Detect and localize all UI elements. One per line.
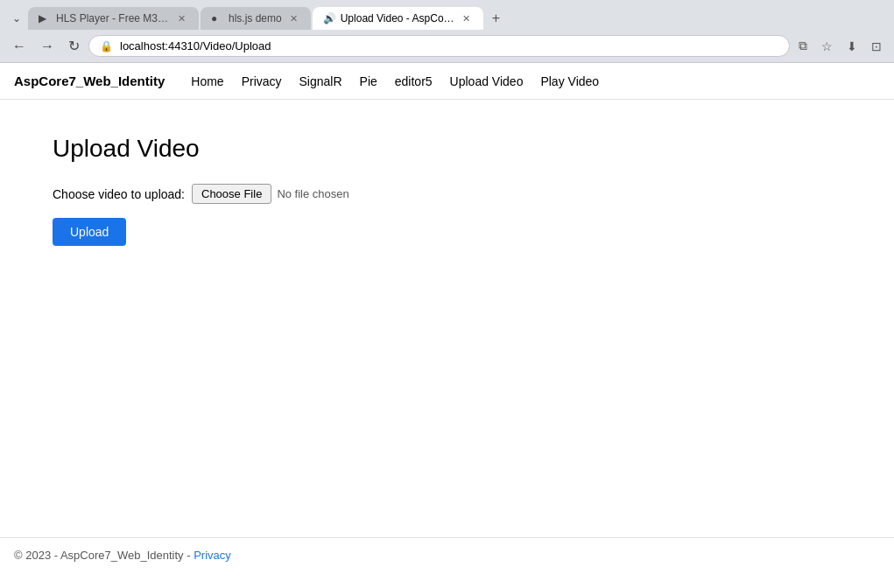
upload-row: Choose video to upload: Choose File No f… bbox=[53, 184, 841, 204]
nav-link-editor5[interactable]: editor5 bbox=[395, 74, 433, 88]
menu-button[interactable]: ⊡ bbox=[866, 35, 887, 57]
bookmark-button[interactable]: ☆ bbox=[816, 35, 838, 57]
tab-history-button[interactable]: ⌄ bbox=[7, 9, 26, 28]
upload-label: Choose video to upload: bbox=[53, 187, 185, 201]
tab-favicon-1: ▶ bbox=[39, 12, 51, 24]
site-footer: © 2023 - AspCore7_Web_Identity - Privacy bbox=[0, 537, 894, 572]
tab-hlsjs-demo[interactable]: ● hls.js demo ✕ bbox=[201, 7, 311, 30]
upload-button[interactable]: Upload bbox=[53, 218, 126, 246]
back-button[interactable]: ← bbox=[7, 36, 32, 57]
page: AspCore7_Web_Identity Home Privacy Signa… bbox=[0, 63, 894, 572]
choose-file-button[interactable]: Choose File bbox=[192, 184, 271, 204]
main-content: Upload Video Choose video to upload: Cho… bbox=[0, 100, 894, 537]
site-nav: AspCore7_Web_Identity Home Privacy Signa… bbox=[0, 63, 894, 100]
footer-privacy-link[interactable]: Privacy bbox=[194, 549, 231, 562]
nav-link-privacy[interactable]: Privacy bbox=[242, 74, 282, 88]
tab-close-2[interactable]: ✕ bbox=[287, 13, 300, 24]
forward-button[interactable]: → bbox=[35, 36, 60, 57]
tab-bar: ⌄ ▶ HLS Player - Free M3U8,DASH P ✕ ● hl… bbox=[0, 0, 894, 30]
tab-close-1[interactable]: ✕ bbox=[175, 13, 188, 24]
url-text: localhost:44310/Video/Upload bbox=[120, 39, 778, 52]
nav-link-play-video[interactable]: Play Video bbox=[540, 74, 599, 88]
url-bar[interactable]: 🔒 localhost:44310/Video/Upload bbox=[88, 35, 790, 57]
browser-chrome: ⌄ ▶ HLS Player - Free M3U8,DASH P ✕ ● hl… bbox=[0, 0, 894, 63]
tab-hls-player[interactable]: ▶ HLS Player - Free M3U8,DASH P ✕ bbox=[28, 7, 199, 30]
nav-link-pie[interactable]: Pie bbox=[360, 74, 377, 88]
nav-link-home[interactable]: Home bbox=[191, 74, 223, 88]
site-brand[interactable]: AspCore7_Web_Identity bbox=[14, 74, 165, 88]
nav-link-signalr[interactable]: SignalR bbox=[299, 74, 342, 88]
tab-favicon-3: 🔊 bbox=[323, 12, 335, 24]
tab-upload-video[interactable]: 🔊 Upload Video - AspCore7_W ✕ bbox=[313, 7, 483, 30]
tab-favicon-2: ● bbox=[211, 12, 223, 24]
reload-button[interactable]: ↻ bbox=[63, 36, 85, 57]
page-title: Upload Video bbox=[53, 135, 841, 163]
nav-link-upload-video[interactable]: Upload Video bbox=[450, 74, 524, 88]
tab-close-3[interactable]: ✕ bbox=[460, 13, 473, 24]
tab-title-3: Upload Video - AspCore7_W bbox=[341, 12, 454, 24]
browser-actions: ⧉ ☆ ⬇ ⊡ bbox=[793, 35, 887, 57]
download-button[interactable]: ⬇ bbox=[841, 35, 862, 57]
no-file-text: No file chosen bbox=[277, 187, 348, 200]
footer-copyright: © 2023 - AspCore7_Web_Identity - bbox=[14, 549, 191, 562]
address-bar: ← → ↻ 🔒 localhost:44310/Video/Upload ⧉ ☆… bbox=[0, 30, 894, 62]
tab-title-1: HLS Player - Free M3U8,DASH P bbox=[56, 12, 170, 24]
new-tab-button[interactable]: + bbox=[485, 8, 507, 29]
tab-title-2: hls.js demo bbox=[229, 12, 282, 24]
security-icon: 🔒 bbox=[100, 40, 113, 52]
pip-button[interactable]: ⧉ bbox=[793, 35, 813, 57]
file-input-wrapper: Choose File No file chosen bbox=[192, 184, 349, 204]
